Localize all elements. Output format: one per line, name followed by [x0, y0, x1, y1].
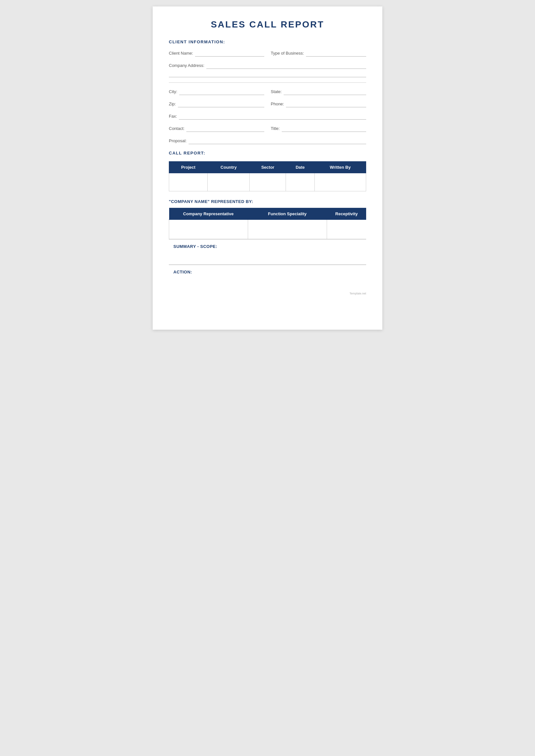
- client-name-label: Client Name:: [169, 51, 193, 57]
- cell-project[interactable]: [169, 173, 208, 191]
- cell-sector[interactable]: [250, 173, 286, 191]
- phone-input[interactable]: [286, 101, 366, 107]
- client-name-input[interactable]: [195, 50, 264, 57]
- cell-company-rep[interactable]: [169, 220, 248, 239]
- city-label: City:: [169, 89, 177, 95]
- zip-label: Zip:: [169, 101, 176, 107]
- client-info-header: CLIENT INFORMATION:: [169, 40, 366, 44]
- col-project: Project: [169, 162, 208, 173]
- state-field: State:: [271, 89, 366, 95]
- fax-row: Fax:: [169, 113, 366, 120]
- type-of-business-input[interactable]: [306, 50, 366, 57]
- cell-date[interactable]: [286, 173, 314, 191]
- title-label: Title:: [271, 126, 280, 132]
- company-address-field: Company Address:: [169, 62, 366, 69]
- proposal-row: Proposal:: [169, 138, 366, 144]
- call-report-header: CALL REPORT:: [169, 150, 366, 155]
- company-rep-header: "COMPANY NAME" REPRESENTED BY:: [169, 199, 366, 204]
- rep-header-row: Company Representative Function Speciali…: [169, 208, 366, 220]
- watermark: Template.net: [169, 292, 366, 295]
- cell-written-by[interactable]: [314, 173, 366, 191]
- contact-input[interactable]: [186, 125, 264, 132]
- col-date: Date: [286, 162, 314, 173]
- client-name-row: Client Name: Type of Business:: [169, 50, 366, 57]
- summary-scope-label: SUMMARY - SCOPE:: [173, 244, 362, 249]
- city-field: City:: [169, 89, 264, 95]
- proposal-field: Proposal:: [169, 138, 366, 144]
- cell-country[interactable]: [208, 173, 250, 191]
- summary-scope-box: SUMMARY - SCOPE:: [169, 239, 366, 265]
- col-function-spec: Function Speciality: [248, 208, 327, 220]
- proposal-input[interactable]: [188, 138, 366, 144]
- page-container: SALES CALL REPORT CLIENT INFORMATION: Cl…: [153, 7, 382, 330]
- state-label: State:: [271, 89, 282, 95]
- city-state-row: City: State:: [169, 89, 366, 95]
- col-receptivity: Receptivity: [327, 208, 366, 220]
- phone-label: Phone:: [271, 101, 284, 107]
- company-address-label: Company Address:: [169, 63, 205, 69]
- contact-label: Contact:: [169, 126, 184, 132]
- col-company-rep: Company Representative: [169, 208, 248, 220]
- contact-title-row: Contact: Title:: [169, 125, 366, 132]
- zip-input[interactable]: [178, 101, 264, 107]
- type-of-business-label: Type of Business:: [271, 51, 304, 57]
- call-report-table: Project Country Sector Date Written By: [169, 161, 366, 191]
- rep-summary-action-block: Company Representative Function Speciali…: [169, 208, 366, 290]
- zip-field: Zip:: [169, 101, 264, 107]
- title-field: Title:: [271, 125, 366, 132]
- table-row: [169, 173, 366, 191]
- proposal-label: Proposal:: [169, 138, 187, 144]
- rep-table-row: [169, 220, 366, 239]
- fax-input[interactable]: [179, 113, 366, 120]
- client-name-field: Client Name:: [169, 50, 264, 57]
- company-address-line2-input[interactable]: [169, 71, 366, 77]
- col-country: Country: [208, 162, 250, 173]
- page-title: SALES CALL REPORT: [169, 19, 366, 30]
- state-input[interactable]: [284, 89, 366, 95]
- cell-receptivity[interactable]: [327, 220, 366, 239]
- type-of-business-field: Type of Business:: [271, 50, 366, 57]
- col-sector: Sector: [250, 162, 286, 173]
- rep-table: Company Representative Function Speciali…: [169, 208, 366, 239]
- title-input[interactable]: [282, 125, 366, 132]
- call-report-header-row: Project Country Sector Date Written By: [169, 162, 366, 173]
- divider-1: [169, 82, 366, 83]
- company-address-row: Company Address:: [169, 62, 366, 69]
- city-input[interactable]: [179, 89, 264, 95]
- phone-field: Phone:: [271, 101, 366, 107]
- action-label: ACTION:: [173, 270, 362, 274]
- action-box: ACTION:: [169, 265, 366, 290]
- cell-function-spec[interactable]: [248, 220, 327, 239]
- fax-field: Fax:: [169, 113, 366, 120]
- fax-label: Fax:: [169, 114, 177, 120]
- company-address-input[interactable]: [206, 62, 366, 69]
- col-written-by: Written By: [314, 162, 366, 173]
- zip-phone-row: Zip: Phone:: [169, 101, 366, 107]
- contact-field: Contact:: [169, 125, 264, 132]
